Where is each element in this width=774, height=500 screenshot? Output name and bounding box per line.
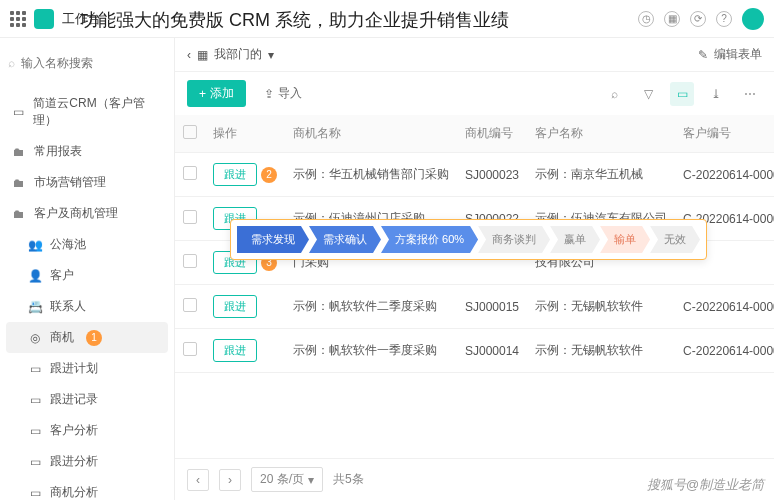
apps-grid-icon[interactable] xyxy=(10,11,26,27)
sidebar-item-label: 跟进记录 xyxy=(50,391,98,408)
item-icon: ▭ xyxy=(28,424,42,438)
sidebar-item-4[interactable]: 👥公海池 xyxy=(0,229,174,260)
sidebar-item-label: 客户分析 xyxy=(50,422,98,439)
breadcrumb[interactable]: ‹ ▦ 我部门的 ▾ xyxy=(187,46,274,63)
sidebar-item-label: 市场营销管理 xyxy=(34,174,106,191)
search-tool-icon[interactable]: ⌕ xyxy=(602,82,626,106)
page-total: 共5条 xyxy=(333,471,364,488)
select-all-checkbox[interactable] xyxy=(183,125,197,139)
sidebar-item-7[interactable]: ◎商机1 xyxy=(6,322,168,353)
item-icon: ▭ xyxy=(28,455,42,469)
item-icon: ▭ xyxy=(12,105,25,119)
item-icon: 📇 xyxy=(28,300,42,314)
badge: 1 xyxy=(86,330,102,346)
sidebar-item-label: 商机 xyxy=(50,329,74,346)
app-logo xyxy=(34,9,54,29)
col-header xyxy=(175,115,205,153)
sidebar-item-label: 客户 xyxy=(50,267,74,284)
page-next-button[interactable]: › xyxy=(219,469,241,491)
add-button[interactable]: +添加 xyxy=(187,80,246,107)
user-avatar[interactable] xyxy=(742,8,764,30)
row-checkbox[interactable] xyxy=(183,342,197,356)
col-header: 商机编号 xyxy=(457,115,527,153)
cell-name: 示例：帆软软件二季度采购 xyxy=(285,285,457,329)
cell-cust: 示例：南京华五机械 xyxy=(527,153,675,197)
back-icon[interactable]: ‹ xyxy=(187,48,191,62)
form-icon: ▦ xyxy=(197,48,208,62)
workspace-title: 工作台 xyxy=(62,10,101,28)
export-icon[interactable]: ⤓ xyxy=(704,82,728,106)
edit-form-link[interactable]: 编辑表单 xyxy=(714,46,762,63)
sidebar-search-input[interactable] xyxy=(21,56,171,70)
follow-button[interactable]: 跟进 xyxy=(213,295,257,318)
table-row[interactable]: 跟进示例：帆软软件一季度采购SJ000014示例：无锡帆软软件C-2022061… xyxy=(175,329,774,373)
item-icon: ▭ xyxy=(28,393,42,407)
sidebar-item-label: 跟进计划 xyxy=(50,360,98,377)
row-checkbox[interactable] xyxy=(183,166,197,180)
sidebar-item-label: 联系人 xyxy=(50,298,86,315)
cell-cust: 示例：无锡帆软软件 xyxy=(527,329,675,373)
table-row[interactable]: 跟进2示例：华五机械销售部门采购SJ000023示例：南京华五机械C-20220… xyxy=(175,153,774,197)
stage-5[interactable]: 输单 xyxy=(600,226,650,253)
clock-icon[interactable]: ◷ xyxy=(638,11,654,27)
sidebar-item-6[interactable]: 📇联系人 xyxy=(0,291,174,322)
stage-6[interactable]: 无效 xyxy=(650,226,700,253)
sidebar-item-11[interactable]: ▭跟进分析 xyxy=(0,446,174,477)
sidebar-item-2[interactable]: 🖿市场营销管理 xyxy=(0,167,174,198)
stage-4[interactable]: 赢单 xyxy=(550,226,600,253)
stage-0[interactable]: 需求发现 xyxy=(237,226,309,253)
table-row[interactable]: 跟进示例：帆软软件二季度采购SJ000015示例：无锡帆软软件C-2022061… xyxy=(175,285,774,329)
comment-icon[interactable]: ▭ xyxy=(670,82,694,106)
page-prev-button[interactable]: ‹ xyxy=(187,469,209,491)
stage-popover: 需求发现需求确认方案报价 60%商务谈判赢单输单无效 xyxy=(230,219,707,260)
cell-code: SJ000015 xyxy=(457,285,527,329)
chevron-down-icon: ▾ xyxy=(268,48,274,62)
col-header: 操作 xyxy=(205,115,285,153)
row-checkbox[interactable] xyxy=(183,298,197,312)
item-icon: ◎ xyxy=(28,331,42,345)
watermark: 搜狐号@制造业老简 xyxy=(647,476,764,494)
sidebar-item-8[interactable]: ▭跟进计划 xyxy=(0,353,174,384)
main-content: ‹ ▦ 我部门的 ▾ ✎ 编辑表单 +添加 ⇪导入 ⌕ ▽ ▭ ⤓ ⋯ 操作 xyxy=(175,38,774,500)
calendar-icon[interactable]: ▦ xyxy=(664,11,680,27)
sidebar-item-5[interactable]: 👤客户 xyxy=(0,260,174,291)
more-icon[interactable]: ⋯ xyxy=(738,82,762,106)
sidebar-item-0[interactable]: ▭简道云CRM（客户管理） xyxy=(0,88,174,136)
filter-icon[interactable]: ▽ xyxy=(636,82,660,106)
refresh-icon[interactable]: ⟳ xyxy=(690,11,706,27)
sidebar-item-1[interactable]: 🖿常用报表 xyxy=(0,136,174,167)
cell-code: SJ000014 xyxy=(457,329,527,373)
stage-2[interactable]: 方案报价 60% xyxy=(381,226,478,253)
cell-cust: 示例：无锡帆软软件 xyxy=(527,285,675,329)
stage-1[interactable]: 需求确认 xyxy=(309,226,381,253)
row-badge: 2 xyxy=(261,167,277,183)
stage-3[interactable]: 商务谈判 xyxy=(478,226,550,253)
folder-icon: 🖿 xyxy=(12,207,26,221)
folder-icon: 🖿 xyxy=(12,176,26,190)
follow-button[interactable]: 跟进 xyxy=(213,339,257,362)
search-icon: ⌕ xyxy=(8,56,15,70)
item-icon: ▭ xyxy=(28,362,42,376)
follow-button[interactable]: 跟进 xyxy=(213,163,257,186)
cell-name: 示例：华五机械销售部门采购 xyxy=(285,153,457,197)
col-header: 客户名称 xyxy=(527,115,675,153)
row-checkbox[interactable] xyxy=(183,254,197,268)
row-checkbox[interactable] xyxy=(183,210,197,224)
sidebar-item-label: 客户及商机管理 xyxy=(34,205,118,222)
help-icon[interactable]: ? xyxy=(716,11,732,27)
sidebar-item-12[interactable]: ▭商机分析 xyxy=(0,477,174,500)
cell-custcode: C-20220614-0000004 xyxy=(675,153,774,197)
sidebar-item-label: 简道云CRM（客户管理） xyxy=(33,95,162,129)
item-icon: ▭ xyxy=(28,486,42,500)
import-button[interactable]: ⇪导入 xyxy=(256,80,310,107)
cell-code: SJ000023 xyxy=(457,153,527,197)
edit-icon: ✎ xyxy=(698,48,708,62)
sidebar-item-label: 常用报表 xyxy=(34,143,82,160)
sidebar-item-label: 公海池 xyxy=(50,236,86,253)
cell-name: 示例：帆软软件一季度采购 xyxy=(285,329,457,373)
page-size-select[interactable]: 20 条/页▾ xyxy=(251,467,323,492)
app-header: 工作台 ◷ ▦ ⟳ ? xyxy=(0,0,774,38)
sidebar-item-3[interactable]: 🖿客户及商机管理 xyxy=(0,198,174,229)
sidebar-item-10[interactable]: ▭客户分析 xyxy=(0,415,174,446)
sidebar-item-9[interactable]: ▭跟进记录 xyxy=(0,384,174,415)
